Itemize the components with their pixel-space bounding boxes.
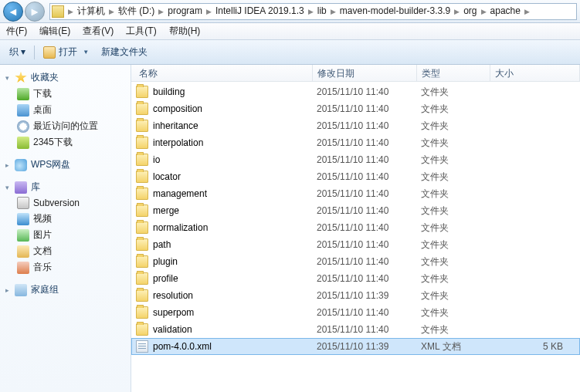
folder-icon — [136, 137, 148, 149]
new-folder-button[interactable]: 新建文件夹 — [95, 42, 154, 62]
file-name: superpom — [153, 307, 317, 318]
sidebar-item-desktop[interactable]: 桌面 — [0, 102, 131, 118]
chevron-right-icon[interactable]: ▶ — [158, 8, 165, 15]
menu-view[interactable]: 查看(V) — [76, 23, 120, 39]
file-row[interactable]: superpom2015/11/10 11:40文件夹 — [131, 304, 580, 321]
forward-button[interactable]: ► — [25, 2, 45, 22]
file-type: 2015/11/10 11:40 — [317, 324, 421, 335]
file-name: profile — [153, 273, 317, 284]
file-type: 2015/11/10 11:40 — [317, 86, 421, 97]
file-type: 2015/11/10 11:40 — [317, 239, 421, 250]
column-date[interactable]: 修改日期 — [313, 65, 417, 81]
sidebar-item-svn[interactable]: Subversion — [0, 195, 131, 211]
column-size[interactable]: 大小 — [490, 65, 580, 81]
file-row[interactable]: management2015/11/10 11:40文件夹 — [131, 185, 580, 202]
star-icon — [15, 72, 27, 84]
breadcrumb-segment[interactable]: 计算机 — [74, 5, 108, 16]
file-name: resolution — [153, 290, 317, 301]
column-name[interactable]: 名称 — [131, 65, 313, 81]
file-row[interactable]: validation2015/11/10 11:40文件夹 — [131, 321, 580, 338]
sidebar-wps[interactable]: ▸WPS网盘 — [0, 157, 131, 173]
file-size: 5 KB — [494, 341, 580, 352]
file-row[interactable]: interpolation2015/11/10 11:40文件夹 — [131, 134, 580, 151]
file-list: 名称 修改日期 类型 大小 building2015/11/10 11:40文件… — [131, 65, 580, 392]
breadcrumb-segment[interactable]: lib — [314, 5, 330, 16]
sidebar-libraries[interactable]: ▾库 — [0, 179, 131, 195]
file-row[interactable]: building2015/11/10 11:40文件夹 — [131, 83, 580, 100]
sidebar-item-pictures[interactable]: 图片 — [0, 227, 131, 243]
file-row[interactable]: locator2015/11/10 11:40文件夹 — [131, 168, 580, 185]
chevron-right-icon[interactable]: ▶ — [453, 8, 460, 15]
sidebar-favorites[interactable]: ▾收藏夹 — [0, 69, 131, 86]
file-row[interactable]: merge2015/11/10 11:40文件夹 — [131, 202, 580, 219]
open-label: 打开 — [59, 46, 77, 59]
sidebar-item-downloads[interactable]: 下载 — [0, 86, 131, 102]
file-row[interactable]: composition2015/11/10 11:40文件夹 — [131, 100, 580, 117]
file-icon — [136, 340, 148, 353]
sidebar-item-recent[interactable]: 最近访问的位置 — [0, 118, 131, 134]
file-type: 2015/11/10 11:40 — [317, 222, 421, 233]
folder-icon — [136, 86, 148, 98]
breadcrumb-segment[interactable]: IntelliJ IDEA 2019.1.3 — [212, 5, 307, 16]
breadcrumb-segment[interactable]: program — [165, 5, 205, 16]
chevron-right-icon[interactable]: ▶ — [480, 8, 487, 15]
chevron-down-icon: ▾ — [3, 184, 11, 191]
chevron-right-icon[interactable]: ▶ — [67, 8, 74, 15]
chevron-right-icon[interactable]: ▶ — [205, 8, 212, 15]
open-button[interactable]: 打开 ▼ — [37, 42, 95, 62]
sidebar-item-documents[interactable]: 文档 — [0, 243, 131, 259]
sidebar-item-music[interactable]: 音乐 — [0, 259, 131, 275]
back-button[interactable]: ◄ — [3, 2, 23, 22]
chevron-right-icon: ▸ — [3, 161, 11, 169]
file-row[interactable]: resolution2015/11/10 11:39文件夹 — [131, 287, 580, 304]
chevron-down-icon: ▾ — [3, 74, 11, 82]
menu-help[interactable]: 帮助(H) — [163, 23, 207, 39]
sidebar-homegroup[interactable]: ▸家庭组 — [0, 282, 131, 298]
video-icon — [17, 213, 29, 225]
folder-icon — [136, 103, 148, 115]
chevron-right-icon[interactable]: ▶ — [524, 8, 531, 15]
picture-icon — [17, 229, 29, 242]
breadcrumb-segment[interactable]: apache — [487, 5, 524, 16]
chevron-down-icon: ▼ — [83, 49, 89, 56]
file-name: pom-4.0.0.xml — [153, 341, 317, 352]
file-type: 2015/11/10 11:40 — [317, 307, 421, 318]
file-row[interactable]: normalization2015/11/10 11:40文件夹 — [131, 219, 580, 236]
file-name: building — [153, 86, 317, 97]
folder-icon — [136, 289, 148, 302]
file-row[interactable]: plugin2015/11/10 11:40文件夹 — [131, 253, 580, 270]
sidebar-item-2345[interactable]: 2345下载 — [0, 134, 131, 150]
menu-file[interactable]: 件(F) — [0, 23, 33, 39]
cloud-icon — [15, 159, 27, 171]
sidebar-item-video[interactable]: 视频 — [0, 211, 131, 227]
breadcrumb[interactable]: ▶ 计算机▶软件 (D:)▶program▶IntelliJ IDEA 2019… — [49, 3, 577, 20]
download-icon — [17, 137, 29, 149]
chevron-right-icon[interactable]: ▶ — [330, 8, 337, 15]
subversion-icon — [17, 197, 29, 209]
chevron-right-icon[interactable]: ▶ — [108, 8, 115, 15]
column-type[interactable]: 类型 — [417, 65, 490, 81]
column-headers: 名称 修改日期 类型 大小 — [131, 65, 580, 82]
breadcrumb-segment[interactable]: maven-model-builder-3.3.9 — [337, 5, 453, 16]
toolbar: 织 ▾ 打开 ▼ 新建文件夹 — [0, 40, 580, 65]
folder-icon — [136, 272, 148, 285]
file-row[interactable]: io2015/11/10 11:40文件夹 — [131, 151, 580, 168]
file-type: 2015/11/10 11:40 — [317, 171, 421, 182]
file-row[interactable]: profile2015/11/10 11:40文件夹 — [131, 270, 580, 287]
file-name: locator — [153, 171, 317, 182]
menu-tools[interactable]: 工具(T) — [120, 23, 162, 39]
file-type: 2015/11/10 11:40 — [317, 205, 421, 216]
file-row[interactable]: pom-4.0.0.xml2015/11/10 11:39XML 文档5 KB — [131, 338, 580, 355]
file-name: merge — [153, 205, 317, 216]
file-row[interactable]: inheritance2015/11/10 11:40文件夹 — [131, 117, 580, 134]
folder-icon — [52, 5, 64, 18]
menu-edit[interactable]: 编辑(E) — [33, 23, 76, 39]
homegroup-icon — [15, 284, 27, 296]
folder-icon — [136, 323, 148, 336]
breadcrumb-segment[interactable]: org — [460, 5, 480, 16]
breadcrumb-segment[interactable]: 软件 (D:) — [115, 5, 158, 16]
file-row[interactable]: path2015/11/10 11:40文件夹 — [131, 236, 580, 253]
organize-button[interactable]: 织 ▾ — [3, 42, 32, 62]
file-name: validation — [153, 324, 317, 335]
chevron-right-icon[interactable]: ▶ — [307, 8, 314, 15]
